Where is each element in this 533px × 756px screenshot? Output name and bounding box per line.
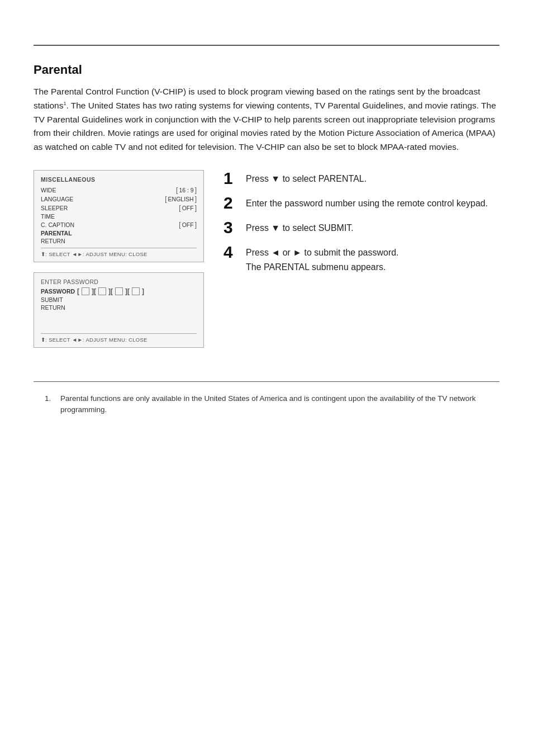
- menu-value-language: [ ENGLISH ]: [165, 195, 197, 203]
- pw-row: PASSWORD [ ][ ][ ][ ]: [41, 287, 197, 295]
- footnote-item: 1. Parental functions are only available…: [45, 393, 499, 416]
- footnote-area: 1. Parental functions are only available…: [0, 382, 533, 427]
- footnote-number: 1.: [45, 393, 56, 416]
- step-4-text: Press ◄ or ► to submit the password. The…: [246, 244, 399, 274]
- pw-mid-bracket-2: ][: [108, 287, 113, 295]
- step-1-number: 1: [223, 170, 240, 187]
- step-3: 3 Press ▼ to select SUBMIT.: [223, 219, 499, 236]
- pw-slot-4: [132, 287, 140, 295]
- pw-label: PASSWORD: [41, 288, 75, 295]
- step-3-text: Press ▼ to select SUBMIT.: [246, 219, 354, 235]
- language-value: ENGLISH: [168, 196, 194, 202]
- miscellaneous-menu-box: MISCELLANEOUS WIDE [ 16 : 9 ] LANGUAGE [: [34, 170, 204, 262]
- pw-mid-bracket-1: ][: [92, 287, 96, 295]
- step-1-text: Press ▼ to select PARENTAL.: [246, 170, 367, 186]
- enter-password-box: ENTER PASSWORD PASSWORD [ ][ ][ ][: [34, 272, 204, 348]
- bracket-right-sl: ]: [195, 204, 197, 212]
- step-3-number: 3: [223, 219, 240, 236]
- ccaption-value: OFF: [182, 221, 194, 228]
- menu-box-1-title: MISCELLANEOUS: [41, 176, 197, 183]
- pw-slots: [ ][ ][ ][ ]: [77, 287, 144, 295]
- pw-close-bracket: ]: [142, 287, 144, 295]
- menu-label-time: TIME: [41, 213, 80, 220]
- menu-row-language: LANGUAGE [ ENGLISH ]: [41, 195, 197, 203]
- footnote-list: 1. Parental functions are only available…: [45, 393, 499, 416]
- wide-value: 16 : 9: [179, 187, 193, 193]
- step-2-number: 2: [223, 195, 240, 211]
- menu-value-sleeper: [ OFF ]: [179, 204, 197, 212]
- bracket-left: [: [176, 186, 178, 194]
- menu-label-ccaption: C. CAPTION: [41, 221, 80, 228]
- menu-row-ccaption: C. CAPTION [ OFF ]: [41, 221, 197, 229]
- menu-label-language: LANGUAGE: [41, 196, 80, 202]
- main-content: Parental The Parental Control Function (…: [0, 46, 533, 348]
- pw-return-label: RETURN: [41, 304, 197, 311]
- pw-mid-bracket-3: ][: [125, 287, 130, 295]
- step-2: 2 Enter the password number using the re…: [223, 195, 499, 211]
- menu-value-ccaption: [ OFF ]: [179, 221, 197, 229]
- steps-list: 1 Press ▼ to select PARENTAL. 2 Enter th…: [223, 170, 499, 274]
- step-1: 1 Press ▼ to select PARENTAL.: [223, 170, 499, 187]
- menu-row-time: TIME: [41, 213, 197, 220]
- bracket-right-lang: ]: [195, 195, 197, 203]
- two-column-layout: MISCELLANEOUS WIDE [ 16 : 9 ] LANGUAGE [: [34, 170, 499, 348]
- menu-row-sleeper: SLEEPER [ OFF ]: [41, 204, 197, 212]
- menu-row-return: RETURN: [41, 238, 197, 244]
- bracket-left-sl: [: [179, 204, 180, 212]
- step-4-number: 4: [223, 244, 240, 261]
- intro-paragraph: The Parental Control Function (V-CHIP) i…: [34, 85, 499, 154]
- left-column: MISCELLANEOUS WIDE [ 16 : 9 ] LANGUAGE [: [34, 170, 207, 348]
- page-container: Parental The Parental Control Function (…: [0, 45, 533, 756]
- pw-submit-label: SUBMIT: [41, 296, 197, 303]
- pw-open-bracket: [: [77, 287, 79, 295]
- menu-label-wide: WIDE: [41, 187, 80, 193]
- footnote-text: Parental functions are only available in…: [60, 393, 499, 416]
- bracket-right: ]: [195, 186, 197, 194]
- menu-row-wide: WIDE [ 16 : 9 ]: [41, 186, 197, 194]
- pw-slot-2: [98, 287, 106, 295]
- right-column: 1 Press ▼ to select PARENTAL. 2 Enter th…: [223, 170, 499, 282]
- menu-value-wide: [ 16 : 9 ]: [176, 186, 197, 194]
- section-title: Parental: [34, 63, 499, 77]
- pw-slot-1: [82, 287, 89, 295]
- menu-divider-1: [41, 248, 197, 248]
- sleeper-value: OFF: [182, 205, 194, 211]
- pw-slot-3: [115, 287, 123, 295]
- menu-row-parental: PARENTAL: [41, 230, 197, 237]
- bracket-left-cc: [: [179, 221, 180, 229]
- menu-divider-2: [41, 333, 197, 334]
- step-2-text: Enter the password number using the remo…: [246, 195, 488, 210]
- step-4: 4 Press ◄ or ► to submit the password. T…: [223, 244, 499, 274]
- menu-label-sleeper: SLEEPER: [41, 205, 80, 211]
- pw-box-title: ENTER PASSWORD: [41, 278, 197, 285]
- bracket-left-lang: [: [165, 195, 166, 203]
- step-4-subnote: The PARENTAL submenu appears.: [246, 261, 399, 274]
- menu-footer-2: ⬆: SELECT ◄►: ADJUST MENU: CLOSE: [41, 337, 197, 343]
- menu-footer-1: ⬆: SELECT ◄►: ADJUST MENU: CLOSE: [41, 251, 197, 257]
- bracket-right-cc: ]: [195, 221, 197, 229]
